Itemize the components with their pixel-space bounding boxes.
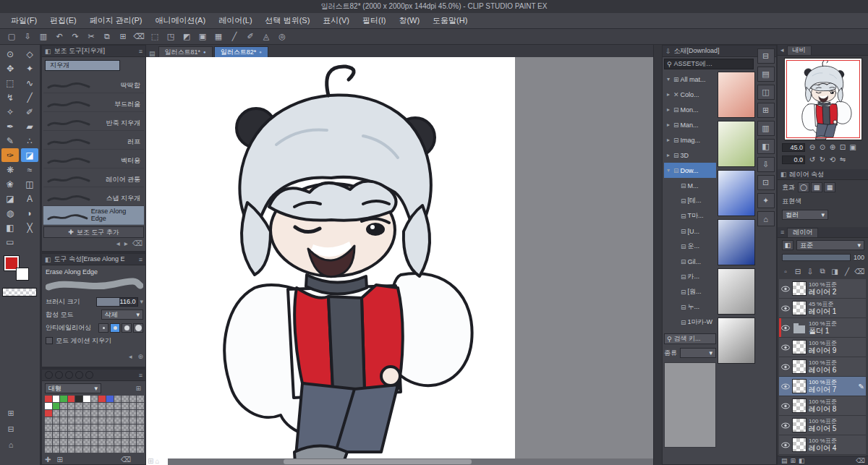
palette-cell[interactable] xyxy=(91,439,98,445)
layer-row[interactable]: 45 %표준 레이어 1 ✎ xyxy=(779,299,866,318)
materials-tree-item[interactable]: ⊟ 운... xyxy=(664,239,716,254)
palette-cell[interactable] xyxy=(75,396,82,402)
tool-button[interactable]: ↯ xyxy=(1,90,19,104)
tool-button[interactable]: ◇ xyxy=(21,47,38,61)
palette-cell[interactable] xyxy=(53,439,60,445)
palette-cell[interactable] xyxy=(60,410,67,417)
navigator-rotate-button[interactable]: ⇋ xyxy=(838,155,848,163)
palette-cell[interactable] xyxy=(137,410,144,417)
materials-search-input[interactable]: ⚲ ASSETS에… xyxy=(664,59,754,69)
layer-toolbar-button[interactable]: ◨ xyxy=(830,266,840,276)
materials-side-button[interactable]: ◧ xyxy=(757,139,775,154)
menu-item[interactable]: 도움말(H) xyxy=(426,13,474,28)
materials-tree-item[interactable]: ▾ ⊟ Dow... xyxy=(664,163,716,178)
palette-cell[interactable] xyxy=(91,417,98,424)
tool-button[interactable]: ◪ xyxy=(1,192,19,205)
palette-cell[interactable] xyxy=(68,446,75,453)
command-button[interactable]: ◬ xyxy=(259,30,273,43)
palette-cell[interactable] xyxy=(60,403,67,409)
tree-expand-icon[interactable]: ▸ xyxy=(667,137,672,143)
palette-cell[interactable] xyxy=(45,446,52,453)
tab-list-icon[interactable]: ▤ xyxy=(149,50,156,57)
command-button[interactable]: ▥ xyxy=(36,30,51,43)
palette-trash-icon[interactable]: ⌫ xyxy=(121,456,131,464)
tree-expand-icon[interactable]: ▸ xyxy=(667,91,672,98)
canvas-nav-icon[interactable]: ⊞ xyxy=(148,457,153,465)
tree-expand-icon[interactable]: ▸ xyxy=(667,121,672,128)
palette-cell[interactable] xyxy=(98,417,106,424)
tree-expand-icon[interactable]: ▸ xyxy=(667,152,672,158)
palette-cell[interactable] xyxy=(53,417,60,424)
palette-cell[interactable] xyxy=(45,410,52,417)
command-button[interactable]: ╱ xyxy=(227,30,242,43)
palette-cell[interactable] xyxy=(60,396,67,402)
layer-visibility-eye-icon[interactable] xyxy=(780,305,790,312)
palette-cell[interactable] xyxy=(129,396,137,402)
palette-cell[interactable] xyxy=(68,432,75,438)
menu-item[interactable]: 표시(V) xyxy=(316,13,356,28)
tool-button[interactable]: ∿ xyxy=(21,76,38,90)
menu-item[interactable]: 창(W) xyxy=(392,13,426,28)
palette-cell[interactable] xyxy=(137,446,144,453)
palette-cell[interactable] xyxy=(106,446,114,453)
tool-button[interactable]: ✦ xyxy=(21,61,38,75)
tool-button[interactable]: ⬚ xyxy=(1,76,19,90)
palette-cell[interactable] xyxy=(114,432,122,438)
palette-cell[interactable] xyxy=(53,425,60,431)
material-type-select[interactable]: ▾ xyxy=(680,348,716,358)
subtool-trash-icon[interactable]: ⌫ xyxy=(132,239,142,247)
menu-item[interactable]: 필터(I) xyxy=(356,13,392,28)
sub-tool-item[interactable]: Erase Along Edge xyxy=(43,206,144,225)
layer-visibility-eye-icon[interactable] xyxy=(780,325,790,331)
zoom-value-input[interactable]: 45.0 xyxy=(782,143,805,152)
command-button[interactable]: ↶ xyxy=(52,30,67,43)
effect-button[interactable]: ▩ xyxy=(811,182,822,192)
palette-cell[interactable] xyxy=(114,410,122,417)
document-tab[interactable]: 일러스트81* ● xyxy=(158,46,213,57)
navigator-zoom-button[interactable]: ⊡ xyxy=(838,143,848,151)
panel-collapse-strip[interactable] xyxy=(653,45,662,465)
palette-cell[interactable] xyxy=(75,410,82,417)
drawing-canvas[interactable] xyxy=(146,57,515,465)
palette-cell[interactable] xyxy=(68,439,75,445)
command-button[interactable]: ✐ xyxy=(243,30,258,43)
palette-cell[interactable] xyxy=(91,396,98,402)
antialias-strong-button[interactable] xyxy=(133,323,143,333)
tool-button[interactable]: ✒ xyxy=(1,119,19,133)
materials-tree-item[interactable]: ⊟ 카... xyxy=(664,269,716,284)
palette-cell[interactable] xyxy=(106,439,114,445)
materials-tree-item[interactable]: ▸ ⊟ 3D xyxy=(664,148,716,163)
menu-item[interactable]: 선택 범위(S) xyxy=(259,13,317,28)
materials-side-button[interactable]: ⊡ xyxy=(757,175,775,190)
materials-tree-item[interactable]: ⊟ 1마카-W xyxy=(664,315,716,330)
palette-cell[interactable] xyxy=(75,403,82,409)
materials-side-button[interactable]: ⌂ xyxy=(757,211,775,226)
effect-button[interactable]: ▦ xyxy=(824,182,835,192)
command-button[interactable]: ⬚ xyxy=(148,30,162,43)
command-button[interactable]: ⌫ xyxy=(132,30,146,43)
palette-cell[interactable] xyxy=(83,425,90,431)
layer-row[interactable]: 100 %표준 레이어 9 ✎ xyxy=(779,338,866,357)
document-tab[interactable]: 일러스트82* ● xyxy=(214,46,268,57)
palette-cell[interactable] xyxy=(45,432,52,438)
subtool-prev-icon[interactable]: ◂ xyxy=(116,239,120,247)
material-thumbnail[interactable] xyxy=(718,72,755,118)
sub-tool-item[interactable]: 딱딱함 xyxy=(43,74,144,93)
material-thumbnail[interactable] xyxy=(718,170,755,216)
background-color-swatch[interactable] xyxy=(16,268,29,281)
layer-toolbar-button[interactable]: ▫ xyxy=(780,266,791,276)
palette-cell[interactable] xyxy=(114,446,122,453)
materials-side-button[interactable]: ▤ xyxy=(757,67,775,82)
palette-cell[interactable] xyxy=(114,439,122,445)
palette-cell[interactable] xyxy=(83,403,90,409)
palette-cell[interactable] xyxy=(122,446,129,453)
command-button[interactable]: ◩ xyxy=(179,30,194,43)
palette-cell[interactable] xyxy=(53,410,60,417)
materials-tree-item[interactable]: ⊟ 누... xyxy=(664,299,716,315)
layer-opacity-slider[interactable] xyxy=(782,254,851,261)
command-button[interactable]: ◎ xyxy=(275,30,289,43)
tool-button[interactable]: ❀ xyxy=(1,177,19,191)
tool-button[interactable]: ≈ xyxy=(21,163,38,176)
navigator-zoom-button[interactable]: ⊖ xyxy=(807,143,817,151)
palette-replace-icon[interactable]: ⊞ xyxy=(56,456,62,464)
